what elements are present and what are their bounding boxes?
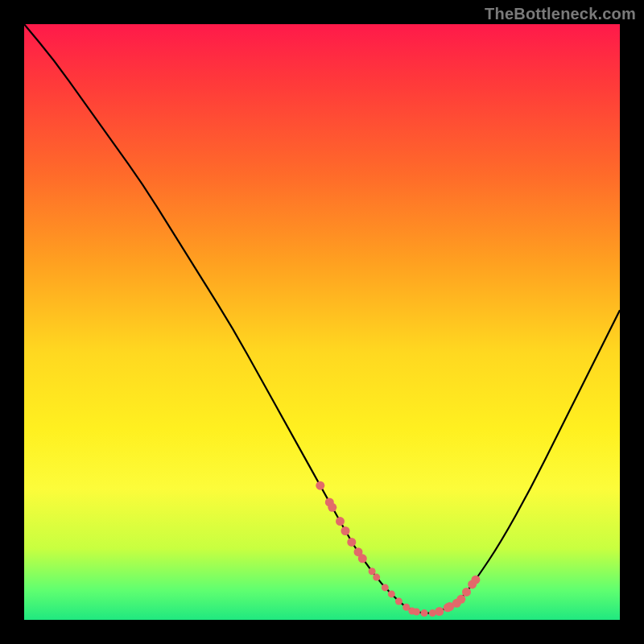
- marker-dot: [347, 538, 356, 547]
- marker-dot: [388, 590, 395, 597]
- marker-dot: [316, 481, 324, 490]
- plot-area: [24, 24, 620, 620]
- curve-markers: [316, 481, 480, 617]
- marker-dot: [382, 584, 389, 591]
- curve-svg: [24, 24, 620, 620]
- marker-dot: [336, 517, 345, 526]
- chart-frame: TheBottleneck.com: [0, 0, 644, 644]
- marker-dot: [328, 503, 336, 512]
- bottleneck-curve: [24, 24, 620, 613]
- marker-dot: [456, 595, 465, 604]
- marker-dot: [413, 609, 420, 616]
- marker-dot: [358, 555, 365, 562]
- marker-dot: [471, 576, 480, 584]
- watermark-text: TheBottleneck.com: [485, 5, 636, 23]
- marker-dot: [395, 598, 402, 605]
- marker-dot: [373, 574, 380, 581]
- marker-dot: [421, 609, 428, 617]
- marker-dot: [369, 568, 376, 575]
- marker-dot: [462, 588, 471, 597]
- marker-dot: [435, 607, 444, 616]
- marker-dot: [341, 526, 350, 535]
